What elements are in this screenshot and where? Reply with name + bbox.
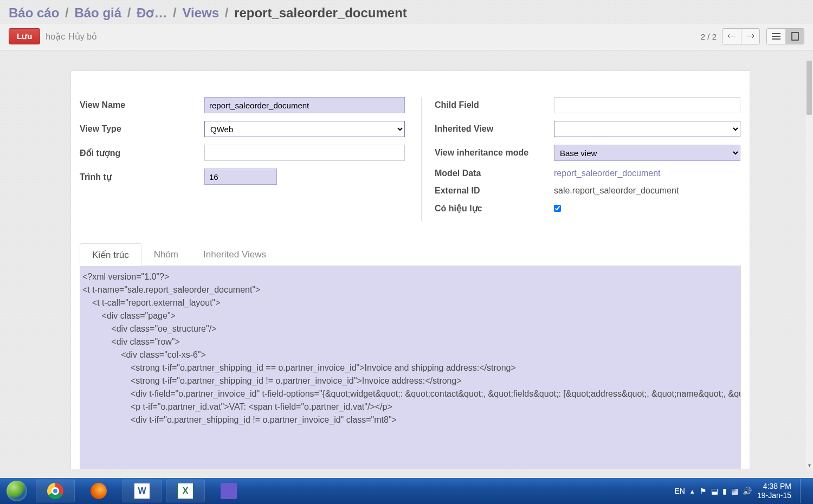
child-field-label: Child Field (435, 100, 554, 110)
form-card: View Name View Type QWeb Đối tượng (70, 70, 750, 469)
windows-taskbar: W X EN ▴ ⚑ ⬓ ▮ ▦ 🔊 4:38 PM 19-Jan-15 (0, 478, 813, 504)
tray-chevron-icon[interactable]: ▴ (691, 487, 694, 495)
tab-architecture[interactable]: Kiến trúc (80, 243, 141, 266)
sequence-input[interactable] (204, 169, 277, 185)
flag-icon[interactable]: ⚑ (700, 487, 707, 495)
child-field-input[interactable] (554, 97, 740, 113)
view-name-label: View Name (80, 100, 204, 110)
clock-time: 4:38 PM (757, 482, 791, 491)
form-icon (791, 32, 799, 41)
breadcrumb-sep: / (65, 5, 69, 20)
breadcrumb-link-0[interactable]: Báo cáo (9, 5, 59, 20)
tabs: Kiến trúc Nhóm Inherited Views (80, 243, 741, 469)
taskbar-excel[interactable]: X (166, 480, 205, 502)
volume-icon[interactable]: 🔊 (743, 487, 752, 495)
breadcrumb-sep: / (173, 5, 177, 20)
form-view-button[interactable] (785, 29, 804, 44)
taskbar-chrome[interactable] (36, 480, 75, 502)
list-view-button[interactable] (767, 29, 785, 44)
dropbox-icon[interactable]: ⬓ (711, 487, 718, 495)
inherited-view-label: Inherited View (435, 124, 554, 134)
language-indicator[interactable]: EN (675, 487, 685, 495)
taskbar-firefox[interactable] (79, 480, 118, 502)
view-switcher (766, 28, 804, 44)
form-left-column: View Name View Type QWeb Đối tượng (80, 97, 405, 221)
tray-icons: ⚑ ⬓ ▮ ▦ 🔊 (700, 487, 752, 495)
model-data-label: Model Data (435, 169, 554, 178)
list-icon (772, 33, 780, 40)
inherited-view-select[interactable] (554, 121, 740, 137)
breadcrumb-sep: / (225, 5, 229, 20)
object-label: Đối tượng (80, 148, 204, 158)
tab-groups[interactable]: Nhóm (141, 243, 191, 266)
battery-icon[interactable]: ▮ (722, 487, 727, 495)
cancel-button[interactable]: Hủy bỏ (68, 31, 97, 42)
word-icon: W (134, 483, 150, 499)
sequence-label: Trình tự (80, 172, 204, 182)
external-id-label: External ID (435, 186, 554, 196)
breadcrumb-current: report_saleorder_document (234, 5, 407, 20)
object-input[interactable] (204, 145, 405, 161)
scroll-down-icon: ▾ (805, 461, 813, 469)
external-id-value: sale.report_saleorder_document (554, 186, 679, 196)
pager-prev-button[interactable]: 🡐 (722, 29, 741, 44)
vertical-scrollbar[interactable]: ▴ ▾ (805, 61, 813, 469)
architecture-code-textarea[interactable] (80, 266, 741, 469)
network-icon[interactable]: ▦ (731, 487, 738, 495)
active-checkbox[interactable] (554, 205, 561, 212)
view-name-input[interactable] (204, 97, 405, 113)
active-label: Có hiệu lực (435, 203, 554, 214)
taskbar-app[interactable] (209, 480, 248, 502)
firefox-icon (91, 483, 107, 499)
view-type-select[interactable]: QWeb (204, 121, 405, 137)
start-button[interactable] (0, 478, 34, 504)
breadcrumb-link-2[interactable]: Đơ… (137, 5, 167, 20)
breadcrumb: Báo cáo / Báo giá / Đơ… / Views / report… (0, 0, 813, 24)
save-button[interactable]: Lưu (9, 28, 40, 44)
breadcrumb-sep: / (127, 5, 131, 20)
toolbar: Lưu hoặc Hủy bỏ 2 / 2 🡐 🡒 (0, 24, 813, 50)
show-desktop-button[interactable] (800, 479, 808, 503)
breadcrumb-link-3[interactable]: Views (182, 5, 219, 20)
scroll-thumb[interactable] (806, 61, 812, 115)
tab-inherited-views[interactable]: Inherited Views (191, 243, 279, 266)
app-icon (221, 483, 237, 499)
view-type-label: View Type (80, 124, 204, 134)
breadcrumb-link-1[interactable]: Báo giá (74, 5, 121, 20)
clock-date: 19-Jan-15 (757, 491, 791, 500)
taskbar-word[interactable]: W (122, 480, 162, 502)
inheritance-mode-select[interactable]: Base view (554, 145, 740, 161)
inheritance-mode-label: View inheritance mode (435, 148, 554, 158)
chrome-icon (47, 483, 63, 499)
taskbar-clock[interactable]: 4:38 PM 19-Jan-15 (757, 482, 791, 500)
model-data-link[interactable]: report_saleorder_document (554, 169, 661, 178)
system-tray: EN ▴ ⚑ ⬓ ▮ ▦ 🔊 4:38 PM 19-Jan-15 (675, 479, 814, 503)
excel-icon: X (177, 483, 193, 499)
form-right-column: Child Field Inherited View View inherita… (421, 97, 741, 221)
or-text: hoặc (46, 31, 65, 42)
pager-buttons: 🡐 🡒 (722, 28, 760, 44)
windows-logo-icon (7, 481, 27, 501)
pager-next-button[interactable]: 🡒 (741, 29, 759, 44)
pager-text: 2 / 2 (701, 32, 717, 41)
